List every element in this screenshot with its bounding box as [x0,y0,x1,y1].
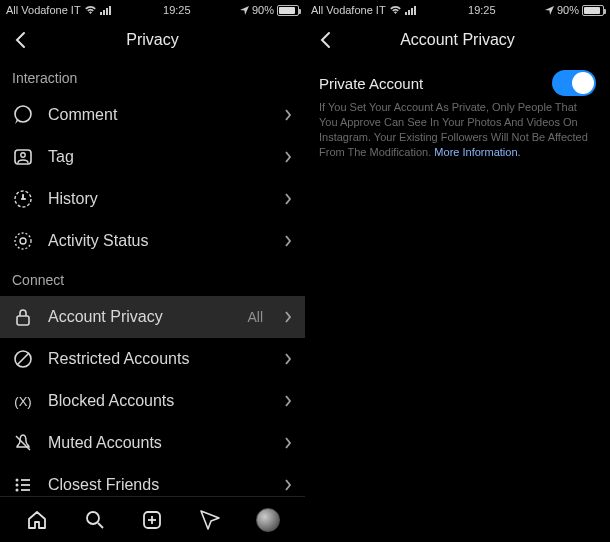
section-header-connect: Connect [0,262,305,296]
page-title: Privacy [126,31,178,49]
carrier-label: All Vodafone IT [6,4,81,16]
svg-point-9 [15,233,31,249]
svg-line-13 [17,353,29,365]
signal-icon [405,5,419,15]
svg-point-6 [21,153,25,157]
list-item-label: Account Privacy [48,308,233,326]
chevron-right-icon [283,107,293,123]
back-button[interactable] [10,30,30,50]
list-item-label: Muted Accounts [48,434,269,452]
chevron-right-icon [283,191,293,207]
list-item-blocked-accounts[interactable]: (X) Blocked Accounts [0,380,305,422]
clock-label: 19:25 [468,4,496,16]
chevron-right-icon [283,351,293,367]
list-item-activity-status[interactable]: Activity Status [0,220,305,262]
svg-rect-29 [405,12,407,15]
svg-point-24 [87,512,99,524]
svg-rect-30 [408,10,410,15]
clock-label: 19:25 [163,4,191,16]
svg-rect-0 [100,12,102,15]
chevron-right-icon [283,233,293,249]
comment-icon [12,104,34,126]
chevron-right-icon [283,477,293,493]
signal-icon [100,5,114,15]
list-item-account-privacy[interactable]: Account Privacy All [0,296,305,338]
battery-icon [582,5,604,16]
list-item-label: Restricted Accounts [48,350,269,368]
svg-text:(X): (X) [14,394,31,409]
more-information-link[interactable]: More Information. [434,146,520,158]
list-item-comment[interactable]: Comment [0,94,305,136]
list-item-label: Tag [48,148,269,166]
svg-point-16 [16,479,19,482]
settings-list: Interaction Comment Tag History [0,60,305,496]
avatar-icon [256,508,280,532]
bottom-nav [0,496,305,542]
wifi-icon [389,5,402,15]
svg-line-25 [98,523,103,528]
lock-icon [12,306,34,328]
account-privacy-panel: All Vodafone IT 19:25 90% Account Privac… [305,0,610,542]
svg-rect-11 [17,316,29,325]
private-account-description: If You Set Your Account As Private, Only… [319,100,596,159]
list-item-restricted-accounts[interactable]: Restricted Accounts [0,338,305,380]
battery-pct-label: 90% [252,4,274,16]
privacy-settings-panel: All Vodafone IT 19:25 90% Privacy Intera… [0,0,305,542]
list-item-muted-accounts[interactable]: Muted Accounts [0,422,305,464]
carrier-label: All Vodafone IT [311,4,386,16]
list-icon [12,474,34,496]
list-item-label: Comment [48,106,269,124]
restricted-icon [12,348,34,370]
chevron-right-icon [283,309,293,325]
section-header-interaction: Interaction [0,60,305,94]
nav-home[interactable] [24,507,50,533]
tag-icon [12,146,34,168]
private-account-label: Private Account [319,75,423,92]
svg-point-10 [20,238,26,244]
private-account-toggle[interactable] [552,70,596,96]
history-icon [12,188,34,210]
nav-profile[interactable] [255,507,281,533]
svg-point-18 [16,489,19,492]
wifi-icon [84,5,97,15]
location-icon [240,6,249,15]
list-item-label: Blocked Accounts [48,392,269,410]
battery-icon [277,5,299,16]
blocked-icon: (X) [12,390,34,412]
svg-rect-31 [411,8,413,15]
muted-icon [12,432,34,454]
back-button[interactable] [315,30,335,50]
chevron-right-icon [283,149,293,165]
chevron-right-icon [283,435,293,451]
activity-status-icon [12,230,34,252]
page-header: Privacy [0,20,305,60]
location-icon [545,6,554,15]
svg-point-4 [15,106,31,122]
page-title: Account Privacy [400,31,515,49]
nav-direct[interactable] [197,507,223,533]
list-item-label: History [48,190,269,208]
list-item-secondary: All [247,309,263,325]
status-bar: All Vodafone IT 19:25 90% [305,0,610,20]
nav-new-post[interactable] [139,507,165,533]
list-item-history[interactable]: History [0,178,305,220]
page-header: Account Privacy [305,20,610,60]
list-item-tag[interactable]: Tag [0,136,305,178]
status-bar: All Vodafone IT 19:25 90% [0,0,305,20]
account-privacy-content: Private Account If You Set Your Account … [305,60,610,542]
svg-line-15 [16,436,30,450]
battery-pct-label: 90% [557,4,579,16]
list-item-closest-friends[interactable]: Closest Friends [0,464,305,496]
list-item-label: Activity Status [48,232,269,250]
svg-rect-1 [103,10,105,15]
svg-rect-32 [414,6,416,15]
svg-rect-2 [106,8,108,15]
svg-point-17 [16,484,19,487]
chevron-right-icon [283,393,293,409]
svg-rect-3 [109,6,111,15]
nav-search[interactable] [82,507,108,533]
list-item-label: Closest Friends [48,476,269,494]
